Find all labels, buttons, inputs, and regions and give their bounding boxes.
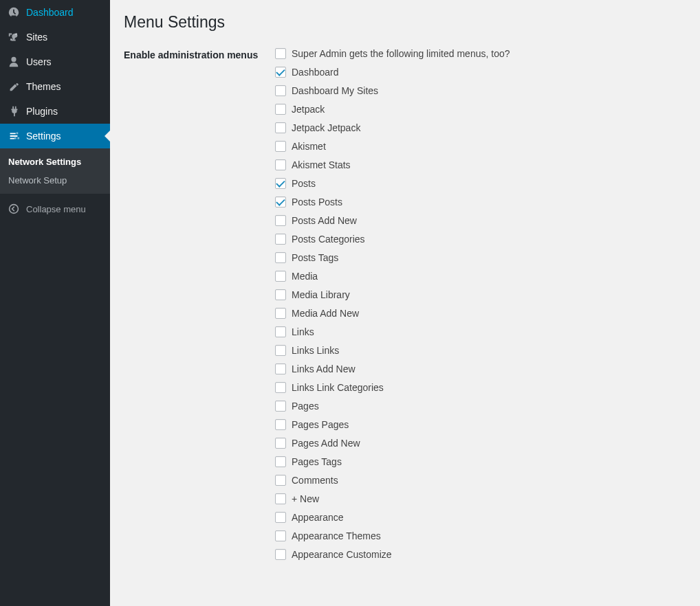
option-label: Pages (292, 401, 319, 412)
option-row[interactable]: + New (275, 493, 686, 504)
admin-sidebar: DashboardSitesUsersThemesPluginsSettings… (0, 0, 110, 606)
checkbox[interactable] (275, 234, 286, 245)
option-row[interactable]: Jetpack (275, 104, 686, 115)
option-row[interactable]: Dashboard (275, 67, 686, 78)
option-label: Links Add New (292, 363, 356, 374)
checkbox[interactable] (275, 252, 286, 263)
checkbox[interactable] (275, 215, 286, 226)
option-row[interactable]: Comments (275, 475, 686, 486)
option-row[interactable]: Posts Posts (275, 197, 686, 207)
option-label: Pages Tags (292, 456, 342, 467)
option-row[interactable]: Pages Tags (275, 456, 686, 467)
submenu-item-network-setup[interactable]: Network Setup (0, 171, 110, 190)
option-row[interactable]: Media (275, 271, 686, 282)
sidebar-item-label: Dashboard (26, 7, 74, 18)
checkbox[interactable] (275, 289, 286, 300)
options-list: Super Admin gets the following limited m… (275, 48, 686, 568)
option-label: Appearance Themes (292, 530, 381, 541)
option-row[interactable]: Posts Categories (275, 234, 686, 245)
checkbox[interactable] (275, 85, 286, 96)
checkbox[interactable] (275, 104, 286, 115)
checkbox[interactable] (275, 345, 286, 356)
sidebar-item-settings[interactable]: Settings (0, 124, 110, 148)
checkbox[interactable] (275, 475, 286, 486)
checkbox[interactable] (275, 401, 286, 412)
checkbox[interactable] (275, 67, 286, 78)
option-row[interactable]: Akismet Stats (275, 159, 686, 170)
dashboard-icon (7, 5, 21, 19)
sidebar-item-sites[interactable]: Sites (0, 25, 110, 49)
option-label: Jetpack (292, 104, 325, 115)
checkbox[interactable] (275, 419, 286, 430)
collapse-label: Collapse menu (26, 204, 86, 214)
page-title: Menu Settings (124, 7, 686, 34)
option-row[interactable]: Links Add New (275, 363, 686, 374)
checkbox[interactable] (275, 48, 286, 59)
sidebar-item-dashboard[interactable]: Dashboard (0, 0, 110, 25)
section-label: Enable administration menus (124, 48, 275, 60)
option-row[interactable]: Pages Add New (275, 438, 686, 449)
option-row[interactable]: Appearance (275, 512, 686, 523)
option-row[interactable]: Appearance Themes (275, 530, 686, 541)
option-row[interactable]: Pages Pages (275, 419, 686, 430)
checkbox[interactable] (275, 141, 286, 152)
sidebar-item-plugins[interactable]: Plugins (0, 99, 110, 124)
option-row[interactable]: Super Admin gets the following limited m… (275, 48, 686, 59)
option-row[interactable]: Dashboard My Sites (275, 85, 686, 96)
option-label: Akismet (292, 141, 326, 152)
checkbox[interactable] (275, 308, 286, 319)
option-label: Posts Posts (292, 197, 342, 207)
checkbox[interactable] (275, 530, 286, 541)
option-row[interactable]: Media Library (275, 289, 686, 300)
sidebar-item-label: Plugins (26, 106, 58, 117)
option-row[interactable]: Posts Tags (275, 252, 686, 263)
option-label: Super Admin gets the following limited m… (292, 48, 510, 59)
collapse-menu-button[interactable]: Collapse menu (0, 197, 110, 221)
option-label: Media Add New (292, 308, 359, 319)
option-label: Dashboard My Sites (292, 85, 378, 96)
checkbox[interactable] (275, 493, 286, 504)
checkbox[interactable] (275, 178, 286, 189)
option-label: Posts Categories (292, 234, 365, 245)
option-row[interactable]: Akismet (275, 141, 686, 152)
checkbox[interactable] (275, 438, 286, 449)
themes-icon (7, 80, 21, 93)
option-label: Pages Add New (292, 438, 360, 449)
option-row[interactable]: Pages (275, 401, 686, 412)
option-row[interactable]: Posts (275, 178, 686, 189)
sidebar-item-users[interactable]: Users (0, 49, 110, 74)
settings-icon (7, 129, 21, 143)
option-label: Appearance Customize (292, 549, 392, 560)
option-label: Pages Pages (292, 419, 349, 430)
sidebar-item-themes[interactable]: Themes (0, 74, 110, 99)
option-label: Appearance (292, 512, 344, 523)
sidebar-submenu: Network SettingsNetwork Setup (0, 148, 110, 194)
checkbox[interactable] (275, 326, 286, 337)
option-row[interactable]: Jetpack Jetpack (275, 122, 686, 133)
option-row[interactable]: Links (275, 326, 686, 337)
users-icon (7, 55, 21, 69)
option-row[interactable]: Media Add New (275, 308, 686, 319)
checkbox[interactable] (275, 271, 286, 282)
option-row[interactable]: Links Links (275, 345, 686, 356)
checkbox[interactable] (275, 122, 286, 133)
checkbox[interactable] (275, 512, 286, 523)
option-row[interactable]: Links Link Categories (275, 382, 686, 393)
option-label: Media Library (292, 289, 350, 300)
checkbox[interactable] (275, 456, 286, 467)
option-label: + New (292, 493, 319, 504)
checkbox[interactable] (275, 363, 286, 374)
checkbox[interactable] (275, 159, 286, 170)
option-label: Jetpack Jetpack (292, 122, 360, 133)
menu-settings-row: Enable administration menus Super Admin … (124, 48, 686, 568)
option-row[interactable]: Posts Add New (275, 215, 686, 226)
option-row[interactable]: Appearance Customize (275, 549, 686, 560)
checkbox[interactable] (275, 549, 286, 560)
option-label: Comments (292, 475, 338, 486)
checkbox[interactable] (275, 382, 286, 393)
option-label: Posts Add New (292, 215, 357, 226)
option-label: Akismet Stats (292, 159, 351, 170)
collapse-icon (7, 202, 21, 216)
submenu-item-network-settings[interactable]: Network Settings (0, 153, 110, 171)
checkbox[interactable] (275, 197, 286, 207)
